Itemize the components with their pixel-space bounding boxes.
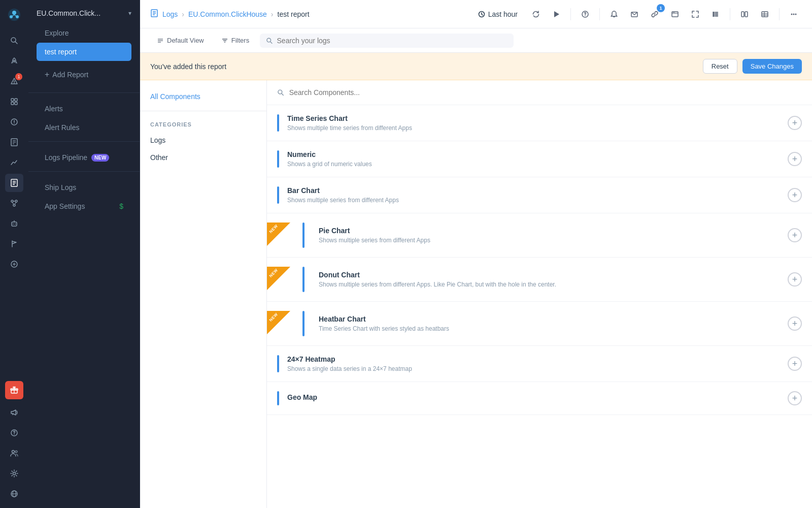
embed-button[interactable] <box>667 6 683 22</box>
bar-chart-desc: Shows multiple series from different App… <box>287 197 780 204</box>
filters-label: Filters <box>231 37 249 44</box>
components-search-bar[interactable] <box>267 80 812 105</box>
add-heatbar-button[interactable]: + <box>788 316 802 331</box>
fullscreen-button[interactable] <box>687 6 703 22</box>
svg-point-80 <box>793 13 795 15</box>
log-search-input[interactable] <box>277 37 508 45</box>
settings-bottom-icon[interactable] <box>5 464 23 483</box>
pipeline-nav-icon[interactable] <box>5 194 23 212</box>
help-button[interactable] <box>577 6 593 22</box>
svg-point-34 <box>15 224 16 225</box>
item-border <box>302 223 304 248</box>
link-badge: 1 <box>657 4 665 12</box>
alerts-nav[interactable]: Alerts <box>37 100 131 118</box>
categories-label: CATEGORIES <box>140 117 266 132</box>
breadcrumb-sep2: › <box>271 10 274 18</box>
mail-button[interactable] <box>626 6 642 22</box>
geo-map-item: Geo Map + <box>267 382 812 415</box>
bell-button[interactable] <box>606 6 622 22</box>
add-pie-chart-button[interactable]: + <box>788 228 802 242</box>
filters-button[interactable]: Filters <box>215 33 256 48</box>
notification-bar: You've added this report Reset Save Chan… <box>140 53 812 80</box>
svg-marker-60 <box>554 11 559 17</box>
add-bar-chart-button[interactable]: + <box>788 188 802 202</box>
donut-chart-desc: Shows multiple series from different App… <box>319 281 780 288</box>
add-report-label: Add Report <box>52 71 88 79</box>
play-button[interactable] <box>548 6 564 22</box>
svg-point-26 <box>11 200 13 202</box>
megaphone-nav-icon[interactable] <box>5 403 23 422</box>
add-numeric-button[interactable]: + <box>788 152 802 166</box>
gift-button[interactable] <box>5 381 23 399</box>
other-category-item[interactable]: Other <box>140 149 266 166</box>
app-logo[interactable] <box>5 5 24 24</box>
logs-pipeline-nav[interactable]: Logs Pipeline NEW <box>37 148 131 167</box>
icon-sidebar: 1 <box>0 0 28 508</box>
more-button[interactable] <box>786 6 802 22</box>
rocket-nav-icon[interactable] <box>5 52 23 70</box>
reports-nav-icon[interactable] <box>5 133 23 151</box>
bots-nav-icon[interactable] <box>5 214 23 233</box>
chevron-icon[interactable]: ▾ <box>128 10 131 17</box>
barcode-button[interactable] <box>707 6 724 22</box>
component-nav: All Components CATEGORIES Logs Other <box>140 80 267 508</box>
svg-point-33 <box>13 224 14 225</box>
logs-nav-icon[interactable] <box>5 174 23 192</box>
logs-category-item[interactable]: Logs <box>140 132 266 149</box>
alert-rules-nav[interactable]: Alert Rules <box>37 118 131 137</box>
pie-chart-item: NEW Pie Chart Shows multiple series from… <box>267 213 812 258</box>
extensions-nav-icon[interactable] <box>5 255 23 273</box>
svg-point-49 <box>13 472 16 475</box>
add-geo-map-button[interactable]: + <box>788 391 802 405</box>
divider1 <box>570 8 571 20</box>
add-heatmap-button[interactable]: + <box>788 357 802 371</box>
link-button[interactable]: 1 <box>647 6 663 22</box>
svg-point-81 <box>795 13 797 15</box>
new-pipeline-badge: NEW <box>91 154 109 162</box>
globe-nav-icon[interactable] <box>5 485 23 503</box>
ship-logs-nav[interactable]: Ship Logs <box>37 178 131 197</box>
breadcrumb-app-link[interactable]: EU.Common.ClickHouse <box>188 10 267 18</box>
components-search-input[interactable] <box>289 88 802 97</box>
flag-nav-icon[interactable] <box>5 235 23 253</box>
numeric-info: Numeric Shows a grid of numeric values <box>287 150 780 168</box>
reset-button[interactable]: Reset <box>703 59 737 74</box>
svg-rect-32 <box>12 222 17 226</box>
default-view-button[interactable]: Default View <box>150 33 211 48</box>
team-nav-icon[interactable] <box>5 444 23 462</box>
test-report-nav[interactable]: test report <box>37 43 131 61</box>
breadcrumb: Logs › EU.Common.ClickHouse › test repor… <box>150 9 310 19</box>
add-donut-chart-button[interactable]: + <box>788 272 802 287</box>
time-selector[interactable]: Last hour <box>472 7 524 21</box>
svg-line-91 <box>282 93 283 95</box>
app-settings-nav[interactable]: App Settings $ <box>37 197 131 215</box>
metrics-nav-icon[interactable] <box>5 153 23 172</box>
incidents-nav-icon[interactable] <box>5 113 23 131</box>
add-report-button[interactable]: + Add Report <box>37 65 131 84</box>
split-view-button[interactable] <box>736 6 753 22</box>
refresh-button[interactable] <box>528 6 544 22</box>
time-series-chart-title: Time Series Chart <box>287 114 780 122</box>
app-header[interactable]: EU.Common.Click... ▾ <box>28 0 140 23</box>
svg-point-46 <box>14 434 15 435</box>
table-view-button[interactable] <box>757 6 773 22</box>
breadcrumb-logs-link[interactable]: Logs <box>162 10 178 18</box>
bar-chart-item: Bar Chart Shows multiple series from dif… <box>267 177 812 213</box>
help-bottom-icon[interactable] <box>5 424 23 442</box>
add-time-series-button[interactable]: + <box>788 116 802 130</box>
dashboard-nav-icon[interactable] <box>5 92 23 111</box>
alert-nav-icon[interactable]: 1 <box>5 72 23 90</box>
search-nav-icon[interactable] <box>5 31 23 50</box>
heatbar-chart-title: Heatbar Chart <box>319 315 780 323</box>
notification-text: You've added this report <box>150 62 226 71</box>
components-list: Time Series Chart Shows multiple time se… <box>267 80 812 508</box>
donut-chart-title: Donut Chart <box>319 271 780 279</box>
donut-chart-info: Donut Chart Shows multiple series from d… <box>319 271 780 288</box>
explore-nav[interactable]: Explore <box>37 24 131 42</box>
save-changes-button[interactable]: Save Changes <box>742 59 802 74</box>
time-series-chart-item: Time Series Chart Shows multiple time se… <box>267 105 812 141</box>
heatmap-title: 24×7 Heatmap <box>287 355 780 363</box>
svg-line-59 <box>482 14 483 15</box>
log-search-bar[interactable] <box>260 34 514 48</box>
all-components-link[interactable]: All Components <box>140 88 266 105</box>
